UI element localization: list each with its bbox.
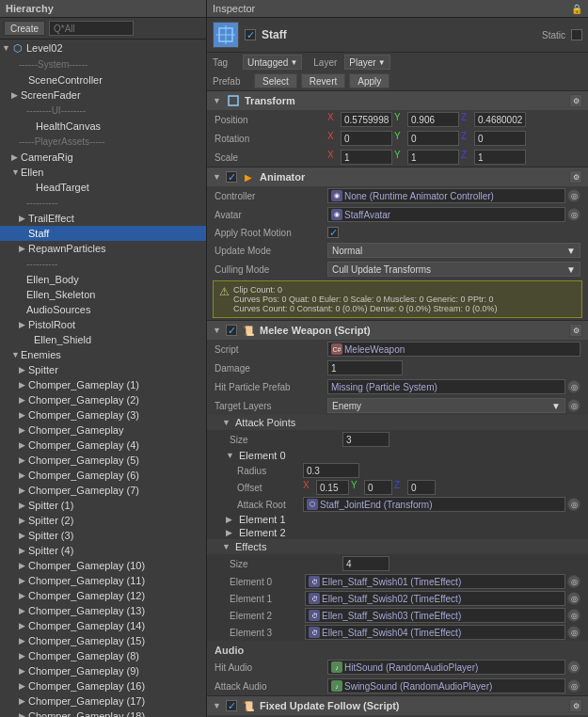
radius-input[interactable] bbox=[303, 463, 359, 478]
prefab-revert-button[interactable]: Revert bbox=[301, 73, 345, 88]
tree-item-spitter2[interactable]: ▶Spitter (2) bbox=[0, 513, 206, 528]
melee-settings[interactable]: ⚙ bbox=[569, 324, 582, 337]
hit-audio-pick[interactable]: ◎ bbox=[567, 661, 580, 674]
rot-z-input[interactable] bbox=[474, 131, 526, 146]
pos-y-input[interactable] bbox=[407, 112, 459, 127]
melee-script-field[interactable]: C# MeleeWeapon bbox=[327, 342, 580, 357]
effect3-pick[interactable]: ◎ bbox=[567, 626, 580, 639]
target-layers-pick[interactable]: ◎ bbox=[567, 399, 580, 412]
effect1-field[interactable]: ⏱ Ellen_Staff_Swish02 (TimeEffect) bbox=[305, 591, 565, 606]
offset-z-input[interactable] bbox=[407, 480, 436, 495]
attack-audio-field[interactable]: ♪ SwingSound (RandomAudioPlayer) bbox=[327, 678, 565, 693]
tree-item-chomper18[interactable]: ▶Chomper_Gameplay (18) bbox=[0, 709, 206, 717]
animator-settings[interactable]: ⚙ bbox=[569, 170, 582, 183]
tree-item-chomper6[interactable]: ▶Chomper_Gameplay (5) bbox=[0, 453, 206, 468]
attack-root-field[interactable]: ⬡ Staff_JointEnd (Transform) bbox=[303, 497, 565, 512]
melee-weapon-header[interactable]: ▼ ✓ 📜 Melee Weapon (Script) ⚙ bbox=[207, 321, 588, 340]
tree-item-scenecontroller[interactable]: SceneController bbox=[0, 72, 206, 88]
tree-item-camerarig[interactable]: ▶CameraRig bbox=[0, 150, 206, 165]
tree-item-chomper11[interactable]: ▶Chomper_Gameplay (11) bbox=[0, 573, 206, 588]
tag-dropdown[interactable]: Untagged ▼ bbox=[243, 55, 302, 70]
tree-item-spitter1[interactable]: ▶Spitter (1) bbox=[0, 498, 206, 513]
tree-item-screenfader[interactable]: ▶ScreenFader bbox=[0, 88, 206, 103]
tree-item-chomper17[interactable]: ▶Chomper_Gameplay (17) bbox=[0, 693, 206, 709]
attack-audio-pick[interactable]: ◎ bbox=[567, 679, 580, 693]
scale-y-input[interactable] bbox=[407, 150, 459, 165]
tree-item-ellenskeleton[interactable]: Ellen_Skeleton bbox=[0, 287, 206, 302]
tree-item-healthcanvas[interactable]: HealthCanvas bbox=[0, 119, 206, 134]
effect0-pick[interactable]: ◎ bbox=[567, 575, 580, 588]
tree-item-chomper8b[interactable]: ▶Chomper_Gameplay (8) bbox=[0, 648, 206, 663]
hierarchy-search[interactable] bbox=[49, 21, 134, 36]
static-checkbox[interactable] bbox=[571, 29, 582, 40]
effect3-field[interactable]: ⏱ Ellen_Staff_Swish04 (TimeEffect) bbox=[305, 625, 565, 640]
offset-x-input[interactable] bbox=[316, 480, 349, 495]
tree-item-headtarget[interactable]: HeadTarget bbox=[0, 180, 206, 195]
avatar-field[interactable]: ◉ StaffAvatar bbox=[327, 207, 565, 222]
element2-header[interactable]: ▶ Element 2 bbox=[207, 526, 588, 539]
tree-item-ellenbody[interactable]: Ellen_Body bbox=[0, 272, 206, 287]
tree-item-pistolroot[interactable]: ▶PistolRoot bbox=[0, 317, 206, 332]
tree-item-chomper4[interactable]: ▶Chomper_Gameplay bbox=[0, 422, 206, 438]
controller-field[interactable]: ◉ None (Runtime Animator Controller) bbox=[327, 188, 565, 203]
prefab-select-button[interactable]: Select bbox=[254, 73, 297, 88]
tree-item-chomper1[interactable]: ▶Chomper_Gameplay (1) bbox=[0, 377, 206, 392]
fixed-update-settings[interactable]: ⚙ bbox=[569, 699, 582, 712]
tree-item-traileffect[interactable]: ▶TrailEffect bbox=[0, 211, 206, 226]
tree-item-chomper12[interactable]: ▶Chomper_Gameplay (12) bbox=[0, 588, 206, 603]
target-layers-select[interactable]: Enemy ▼ bbox=[327, 398, 565, 413]
transform-settings[interactable]: ⚙ bbox=[569, 94, 582, 107]
effect1-pick[interactable]: ◎ bbox=[567, 592, 580, 605]
tree-item-chomper2[interactable]: ▶Chomper_Gameplay (2) bbox=[0, 392, 206, 407]
object-enabled-checkbox[interactable]: ✓ bbox=[245, 29, 256, 40]
animator-enabled[interactable]: ✓ bbox=[226, 171, 237, 183]
tree-item-chomper3[interactable]: ▶Chomper_Gameplay (3) bbox=[0, 407, 206, 422]
avatar-pick[interactable]: ◎ bbox=[567, 208, 580, 221]
tree-item-chomper14[interactable]: ▶Chomper_Gameplay (14) bbox=[0, 618, 206, 633]
fixed-update-enabled[interactable]: ✓ bbox=[226, 700, 237, 711]
tree-item-chomper13[interactable]: ▶Chomper_Gameplay (13) bbox=[0, 603, 206, 618]
tree-item-audiosources[interactable]: AudioSources bbox=[0, 302, 206, 317]
pos-x-input[interactable] bbox=[341, 112, 392, 127]
tree-item-spitter[interactable]: ▶Spitter bbox=[0, 362, 206, 377]
ap-size-input[interactable] bbox=[342, 432, 389, 447]
tree-item-chomper5[interactable]: ▶Chomper_Gameplay (4) bbox=[0, 438, 206, 453]
tree-item-staff[interactable]: Staff bbox=[0, 226, 206, 241]
scale-z-input[interactable] bbox=[474, 150, 526, 165]
tree-item-enemies[interactable]: ▼Enemies bbox=[0, 347, 206, 362]
rot-x-input[interactable] bbox=[341, 131, 392, 146]
hit-audio-field[interactable]: ♪ HitSound (RandomAudioPlayer) bbox=[327, 660, 565, 675]
effects-header[interactable]: ▼ Effects bbox=[207, 539, 588, 554]
tree-item-chomper15[interactable]: ▶Chomper_Gameplay (15) bbox=[0, 633, 206, 648]
create-button[interactable]: Create bbox=[4, 21, 45, 36]
tree-item-spitter4[interactable]: ▶Spitter (4) bbox=[0, 543, 206, 558]
tree-item-chomper8[interactable]: ▶Chomper_Gameplay (7) bbox=[0, 483, 206, 498]
rot-y-input[interactable] bbox=[407, 131, 459, 146]
tree-item-level02[interactable]: ▼ ⬡ Level02 bbox=[0, 40, 206, 56]
effect0-field[interactable]: ⏱ Ellen_Staff_Swish01 (TimeEffect) bbox=[305, 574, 565, 589]
object-name[interactable]: Staff bbox=[262, 28, 536, 41]
effects-size-input[interactable] bbox=[342, 556, 389, 571]
attack-root-pick[interactable]: ◎ bbox=[567, 498, 580, 511]
update-mode-select[interactable]: Normal ▼ bbox=[327, 243, 580, 258]
effect2-field[interactable]: ⏱ Ellen_Staff_Swish03 (TimeEffect) bbox=[305, 608, 565, 623]
tree-item-repawnparticles[interactable]: ▶RepawnParticles bbox=[0, 241, 206, 256]
tree-item-spitter3[interactable]: ▶Spitter (3) bbox=[0, 528, 206, 543]
offset-y-input[interactable] bbox=[364, 480, 392, 495]
damage-input[interactable] bbox=[327, 360, 403, 375]
tree-item-chomper10[interactable]: ▶Chomper_Gameplay (10) bbox=[0, 558, 206, 573]
melee-enabled[interactable]: ✓ bbox=[226, 325, 237, 336]
animator-header[interactable]: ▼ ✓ ▶ Animator ⚙ bbox=[207, 167, 588, 186]
attack-points-header[interactable]: ▼ Attack Points bbox=[207, 415, 588, 430]
tree-item-chomper7[interactable]: ▶Chomper_Gameplay (6) bbox=[0, 468, 206, 483]
transform-header[interactable]: ▼ Transform ⚙ bbox=[207, 91, 588, 110]
layer-dropdown[interactable]: Player ▼ bbox=[344, 55, 389, 70]
apply-root-motion-checkbox[interactable]: ✓ bbox=[327, 227, 339, 238]
hit-particle-pick[interactable]: ◎ bbox=[567, 380, 580, 393]
scale-x-input[interactable] bbox=[341, 150, 392, 165]
controller-pick[interactable]: ◎ bbox=[567, 189, 580, 202]
culling-mode-select[interactable]: Cull Update Transforms ▼ bbox=[327, 262, 580, 277]
tree-item-chomper9[interactable]: ▶Chomper_Gameplay (9) bbox=[0, 663, 206, 678]
element0-header[interactable]: ▼ Element 0 bbox=[207, 449, 588, 462]
tree-item-ellen[interactable]: ▼Ellen bbox=[0, 165, 206, 180]
